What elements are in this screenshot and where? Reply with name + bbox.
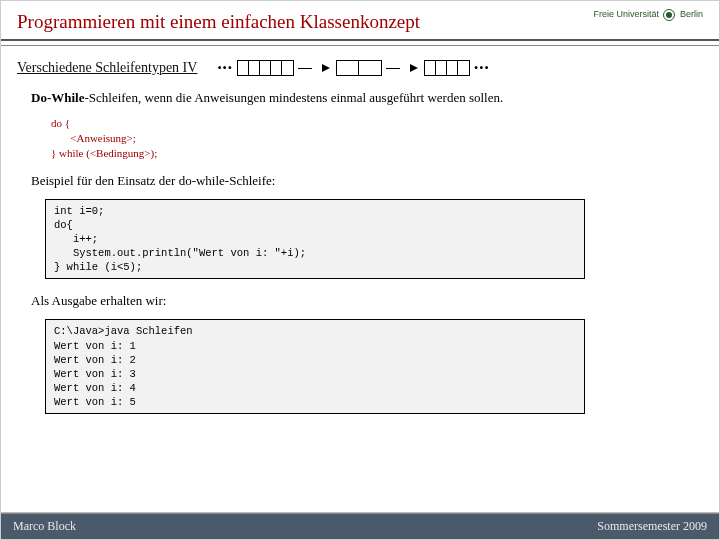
intro-strong: Do-While (31, 90, 84, 105)
arrow-right-icon (410, 64, 418, 72)
box-group (336, 60, 382, 76)
code-output: C:\Java>java Schleifen Wert von i: 1 Wer… (45, 319, 585, 414)
arrow-right-icon (322, 64, 330, 72)
logo-seal-icon (663, 9, 675, 21)
logo-text: Freie Universität (593, 9, 659, 19)
footer-author: Marco Block (13, 519, 76, 534)
university-logo: Freie Universität Berlin (593, 9, 703, 21)
example-label: Beispiel für den Einsatz der do-while-Sc… (31, 173, 703, 189)
output-label: Als Ausgabe erhalten wir: (31, 293, 703, 309)
header-divider (1, 45, 719, 46)
intro-text: Do-While-Schleifen, wenn die Anweisungen… (31, 90, 703, 106)
dots-icon: ••• (474, 61, 490, 76)
slide-footer: Marco Block Sommersemester 2009 (1, 513, 719, 539)
box-group (237, 60, 294, 76)
intro-rest: -Schleifen, wenn die Anweisungen mindest… (84, 90, 503, 105)
dots-icon: ••• (217, 61, 233, 76)
box-group (424, 60, 470, 76)
syntax-block: do { <Anweisung>; } while (<Bedingung>); (51, 116, 703, 161)
slide-header: Programmieren mit einem einfachen Klasse… (1, 1, 719, 41)
logo-suffix: Berlin (680, 9, 703, 19)
connector-line (386, 68, 400, 69)
section-subtitle: Verschiedene Schleifentypen IV (17, 60, 197, 76)
footer-term: Sommersemester 2009 (597, 519, 707, 534)
connector-line (298, 68, 312, 69)
code-example: int i=0; do{ i++; System.out.println("We… (45, 199, 585, 280)
slide-content: Verschiedene Schleifentypen IV ••• ••• D… (1, 60, 719, 414)
subtitle-row: Verschiedene Schleifentypen IV ••• ••• (17, 60, 703, 76)
flow-diagram: ••• ••• (217, 60, 489, 76)
